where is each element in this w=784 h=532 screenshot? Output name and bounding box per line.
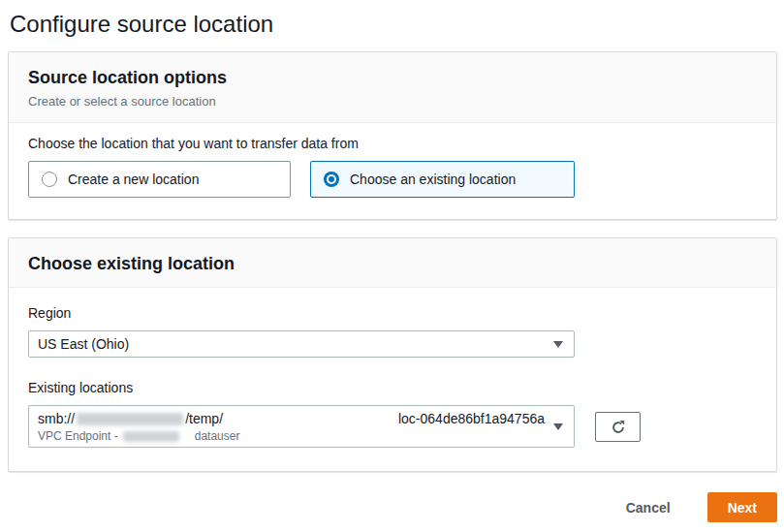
source-location-options-card: Source location options Create or select… — [8, 51, 777, 220]
source-options-card-header: Source location options Create or select… — [9, 52, 776, 123]
choose-existing-location-card: Choose existing location Region US East … — [8, 237, 777, 472]
option-tile-choose-existing-location[interactable]: Choose an existing location — [310, 161, 575, 198]
page-title: Configure source location — [10, 9, 784, 40]
wizard-footer: Cancel Next — [0, 492, 784, 522]
redacted-hostname — [77, 413, 183, 425]
chevron-down-icon — [553, 423, 563, 430]
chevron-down-icon — [553, 341, 563, 348]
redacted-vpc-endpoint — [123, 431, 179, 442]
existing-location-card-title: Choose existing location — [28, 253, 757, 274]
existing-location-card-header: Choose existing location — [9, 238, 776, 288]
existing-location-card-body: Region US East (Ohio) Existing locations… — [9, 288, 776, 471]
region-select[interactable]: US East (Ohio) — [28, 330, 575, 358]
location-id: loc-064de86bf1a94756a — [398, 411, 545, 427]
cancel-button[interactable]: Cancel — [626, 500, 671, 516]
transfer-from-question-label: Choose the location that you want to tra… — [28, 135, 757, 152]
next-button[interactable]: Next — [707, 492, 777, 522]
location-primary-line: smb:// /temp/ loc-064de86bf1a94756a — [38, 411, 545, 427]
radio-create-new-location[interactable] — [42, 172, 57, 187]
source-options-card-body: Choose the location that you want to tra… — [9, 123, 776, 219]
refresh-icon — [611, 420, 626, 435]
location-uri: smb:// /temp/ — [38, 411, 223, 427]
existing-locations-label: Existing locations — [28, 379, 757, 396]
source-options-card-title: Source location options — [28, 67, 757, 88]
location-option-tiles: Create a new location Choose an existing… — [28, 161, 757, 198]
existing-locations-row: smb:// /temp/ loc-064de86bf1a94756a VPC … — [28, 405, 757, 448]
refresh-locations-button[interactable] — [595, 412, 641, 442]
location-secondary-line: VPC Endpoint - datauser — [38, 429, 545, 444]
existing-locations-select[interactable]: smb:// /temp/ loc-064de86bf1a94756a VPC … — [28, 405, 575, 448]
option-tile-create-new-location[interactable]: Create a new location — [28, 161, 291, 198]
option-label-choose-existing: Choose an existing location — [350, 172, 516, 187]
option-label-create-new: Create a new location — [68, 172, 199, 187]
location-user: datauser — [195, 429, 240, 444]
region-label: Region — [28, 304, 757, 322]
source-options-card-description: Create or select a source location — [28, 94, 757, 110]
location-vpc-endpoint-label: VPC Endpoint - — [38, 429, 118, 444]
location-uri-prefix: smb:// — [38, 411, 75, 427]
region-select-value: US East (Ohio) — [38, 336, 129, 352]
radio-choose-existing-location[interactable] — [324, 172, 339, 187]
location-uri-suffix: /temp/ — [185, 411, 223, 427]
